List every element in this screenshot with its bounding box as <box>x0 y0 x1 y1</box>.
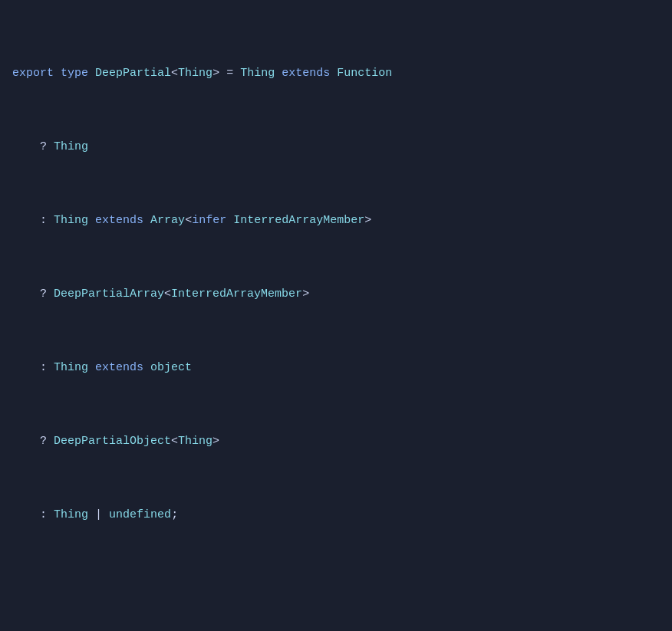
code-line-4: ? DeepPartialArray<InterredArrayMember> <box>12 285 660 304</box>
code-line-8 <box>12 580 660 598</box>
code-line-7: : Thing | undefined; <box>12 506 660 524</box>
code-line-1: export type DeepPartial<Thing> = Thing e… <box>12 64 660 83</box>
code-line-2: ? Thing <box>12 138 660 156</box>
code-editor: export type DeepPartial<Thing> = Thing e… <box>12 9 660 631</box>
code-line-3: : Thing extends Array<infer InterredArra… <box>12 212 660 230</box>
code-line-5: : Thing extends object <box>12 359 660 377</box>
code-line-6: ? DeepPartialObject<Thing> <box>12 432 660 451</box>
